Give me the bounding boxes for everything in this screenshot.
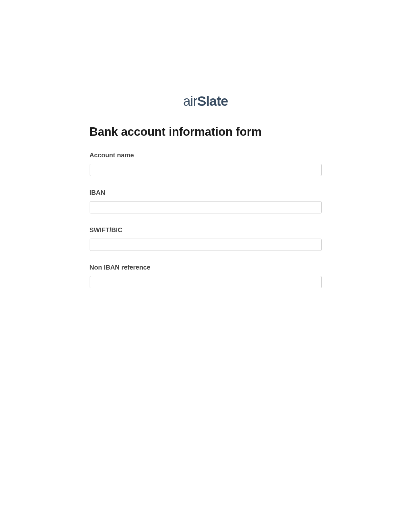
field-non-iban-reference: Non IBAN reference <box>90 264 322 288</box>
logo-text: airSlate <box>183 94 228 109</box>
logo-part2: Slate <box>197 94 228 109</box>
input-account-name[interactable] <box>90 164 322 176</box>
field-account-name: Account name <box>90 152 322 176</box>
field-iban: IBAN <box>90 189 322 213</box>
logo-part1: air <box>183 94 197 109</box>
label-account-name: Account name <box>90 152 322 159</box>
label-non-iban-reference: Non IBAN reference <box>90 264 322 271</box>
input-non-iban-reference[interactable] <box>90 276 322 288</box>
logo: airSlate <box>90 94 322 109</box>
label-iban: IBAN <box>90 189 322 196</box>
input-iban[interactable] <box>90 201 322 213</box>
label-swift-bic: SWIFT/BIC <box>90 226 322 234</box>
field-swift-bic: SWIFT/BIC <box>90 226 322 251</box>
form-container: airSlate Bank account information form A… <box>90 94 322 288</box>
form-title: Bank account information form <box>90 125 322 139</box>
input-swift-bic[interactable] <box>90 239 322 251</box>
